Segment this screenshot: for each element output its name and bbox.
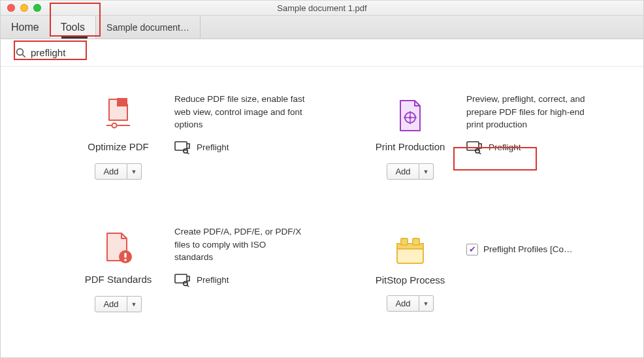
- print-add-button[interactable]: Add: [387, 163, 419, 180]
- pitstop-add-split-button: Add ▼: [387, 295, 433, 312]
- svg-line-14: [479, 153, 482, 155]
- svg-point-13: [475, 149, 479, 153]
- tool-pitstop-process[interactable]: . PitStop Process Preflight Profiles [Co…: [364, 225, 617, 312]
- optimize-pdf-name: Optimize PDF: [72, 133, 164, 152]
- close-window-button[interactable]: [7, 4, 15, 12]
- preflight-label: Preflight: [197, 275, 229, 285]
- svg-point-4: [112, 123, 117, 128]
- pitstop-preflight-profiles[interactable]: Preflight Profiles [Co…: [466, 237, 597, 255]
- print-production-name: Print Production: [364, 133, 456, 152]
- pdf-standards-preflight[interactable]: Preflight: [174, 266, 305, 287]
- minimize-window-button[interactable]: [20, 4, 28, 12]
- optimize-add-button[interactable]: Add: [95, 163, 127, 180]
- titlebar: Sample document 1.pdf: [1, 0, 643, 16]
- svg-rect-16: [124, 253, 126, 258]
- preflight-label: Preflight: [197, 142, 229, 152]
- tab-bar: Home Tools Sample document…: [1, 16, 643, 39]
- pdf-standards-desc: Create PDF/A, PDF/E, or PDF/X files to c…: [174, 225, 305, 264]
- optimize-pdf-desc: Reduce PDF file size, enable fast web vi…: [174, 93, 305, 131]
- app-window: Sample document 1.pdf Home Tools Sample …: [0, 0, 644, 358]
- print-production-icon: [364, 93, 456, 133]
- preflight-icon: [174, 272, 191, 287]
- svg-line-1: [22, 54, 25, 57]
- tools-grid: Reduce PDF file size, enable fast web vi…: [1, 67, 643, 312]
- tab-tools-underline: [61, 37, 88, 39]
- pdf-standards-name: PDF Standards: [72, 266, 164, 285]
- preflight-label: Preflight: [489, 142, 521, 152]
- checkbox-checked-icon: [466, 244, 478, 255]
- svg-point-19: [184, 282, 187, 285]
- search-icon: [15, 47, 27, 59]
- svg-rect-24: [413, 238, 419, 245]
- tab-home[interactable]: Home: [1, 16, 50, 39]
- pitstop-process-name: PitStop Process: [364, 267, 456, 285]
- window-title: Sample document 1.pdf: [1, 3, 643, 13]
- preflight-icon: [466, 140, 483, 154]
- standards-add-button[interactable]: Add: [95, 296, 127, 312]
- search-input[interactable]: [27, 44, 105, 61]
- svg-line-7: [187, 153, 190, 155]
- svg-point-17: [124, 259, 127, 261]
- tab-document[interactable]: Sample document…: [96, 16, 201, 39]
- optimize-add-caret[interactable]: ▼: [127, 163, 142, 180]
- standards-add-caret[interactable]: ▼: [127, 296, 142, 312]
- print-add-split-button: Add ▼: [387, 163, 433, 180]
- pitstop-process-icon: [364, 225, 456, 266]
- optimize-pdf-icon: [72, 93, 164, 133]
- search-bar: [1, 39, 643, 67]
- svg-rect-23: [401, 238, 408, 245]
- print-add-caret[interactable]: ▼: [419, 163, 434, 180]
- preflight-icon: [174, 140, 191, 154]
- window-controls: [1, 4, 41, 12]
- optimize-pdf-preflight[interactable]: Preflight: [174, 133, 305, 154]
- preflight-profiles-label: Preflight Profiles [Co…: [483, 244, 573, 254]
- svg-rect-2: [117, 98, 127, 106]
- optimize-add-split-button: Add ▼: [95, 163, 141, 180]
- print-production-desc: Preview, preflight, correct, and prepare…: [466, 93, 597, 131]
- svg-point-6: [184, 149, 187, 153]
- tool-pdf-standards[interactable]: Create PDF/A, PDF/E, or PDF/X files to c…: [72, 225, 325, 312]
- standards-add-split-button: Add ▼: [95, 296, 141, 312]
- pitstop-add-button[interactable]: Add: [387, 295, 419, 312]
- pitstop-add-caret[interactable]: ▼: [419, 295, 434, 312]
- zoom-window-button[interactable]: [33, 4, 41, 12]
- pdf-standards-icon: [72, 225, 164, 266]
- tab-tools[interactable]: Tools: [50, 16, 96, 39]
- svg-line-20: [187, 285, 190, 287]
- tool-print-production[interactable]: Preview, preflight, correct, and prepare…: [364, 93, 617, 180]
- print-production-preflight[interactable]: Preflight: [466, 133, 597, 154]
- tool-optimize-pdf[interactable]: Reduce PDF file size, enable fast web vi…: [72, 93, 325, 180]
- svg-point-0: [17, 48, 24, 55]
